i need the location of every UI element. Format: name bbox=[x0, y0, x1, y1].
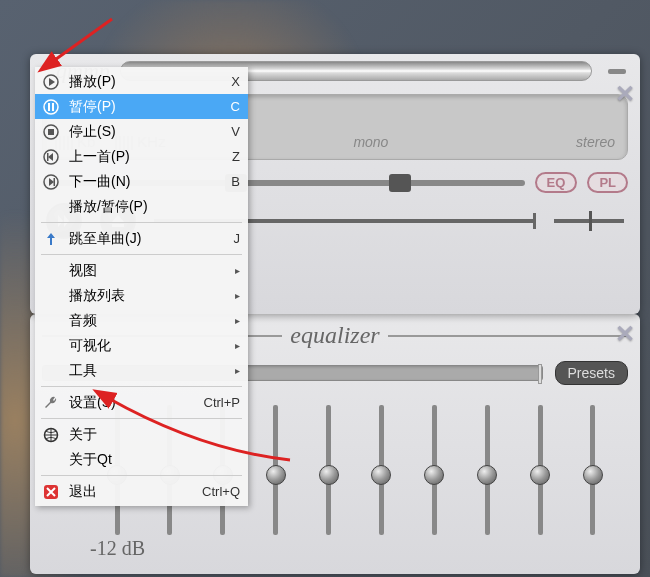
stop-icon bbox=[41, 122, 61, 142]
menu-label: 下一曲(N) bbox=[69, 173, 231, 191]
blank-icon bbox=[41, 261, 61, 281]
svg-rect-7 bbox=[47, 153, 49, 161]
eq-band-slider[interactable] bbox=[366, 405, 396, 535]
menu-label: 播放/暂停(P) bbox=[69, 198, 240, 216]
next-icon bbox=[41, 172, 61, 192]
svg-rect-3 bbox=[52, 103, 54, 111]
menu-label: 上一首(P) bbox=[69, 148, 232, 166]
submenu-arrow-icon: ▸ bbox=[235, 365, 240, 376]
svg-point-1 bbox=[44, 100, 58, 114]
submenu-arrow-icon: ▸ bbox=[235, 315, 240, 326]
close-icon[interactable]: ✕ bbox=[615, 80, 635, 108]
equalizer-title: equalizer bbox=[282, 322, 387, 349]
svg-rect-9 bbox=[54, 178, 56, 186]
menu-item-播放/暂停(P)[interactable]: 播放/暂停(P) bbox=[35, 194, 248, 219]
menu-item-跳至单曲(J)[interactable]: 跳至单曲(J)J bbox=[35, 226, 248, 251]
blank-icon bbox=[41, 311, 61, 331]
eq-band-slider[interactable] bbox=[525, 405, 555, 535]
blank-icon bbox=[41, 450, 61, 470]
pause-icon bbox=[41, 97, 61, 117]
blank-icon bbox=[41, 361, 61, 381]
blank-icon bbox=[41, 336, 61, 356]
pl-button[interactable]: PL bbox=[587, 172, 628, 193]
menu-item-退出[interactable]: 退出Ctrl+Q bbox=[35, 479, 248, 504]
db-label: -12 dB bbox=[90, 537, 145, 560]
menu-item-视图[interactable]: 视图▸ bbox=[35, 258, 248, 283]
menu-separator bbox=[41, 254, 242, 255]
eq-band-slider[interactable] bbox=[314, 405, 344, 535]
eq-band-slider[interactable] bbox=[578, 405, 608, 535]
menu-shortcut: J bbox=[234, 231, 241, 246]
menu-label: 工具 bbox=[69, 362, 235, 380]
menu-label: 停止(S) bbox=[69, 123, 231, 141]
exit-icon bbox=[41, 482, 61, 502]
menu-item-播放列表[interactable]: 播放列表▸ bbox=[35, 283, 248, 308]
prev-icon bbox=[41, 147, 61, 167]
blank-icon bbox=[41, 197, 61, 217]
wrench-icon bbox=[41, 393, 61, 413]
menu-item-可视化[interactable]: 可视化▸ bbox=[35, 333, 248, 358]
menu-shortcut: V bbox=[231, 124, 240, 139]
minimize-button[interactable] bbox=[608, 69, 626, 74]
stereo-label: stereo bbox=[576, 134, 615, 150]
jump-icon bbox=[41, 229, 61, 249]
globe-icon bbox=[41, 425, 61, 445]
menu-item-停止(S)[interactable]: 停止(S)V bbox=[35, 119, 248, 144]
menu-item-暂停(P)[interactable]: 暂停(P)C bbox=[35, 94, 248, 119]
svg-rect-2 bbox=[48, 103, 50, 111]
menu-shortcut: Ctrl+Q bbox=[202, 484, 240, 499]
menu-label: 跳至单曲(J) bbox=[69, 230, 234, 248]
eq-button[interactable]: EQ bbox=[535, 172, 578, 193]
menu-label: 退出 bbox=[69, 483, 202, 501]
submenu-arrow-icon: ▸ bbox=[235, 265, 240, 276]
presets-button[interactable]: Presets bbox=[555, 361, 628, 385]
eq-band-slider[interactable] bbox=[472, 405, 502, 535]
menu-label: 音频 bbox=[69, 312, 235, 330]
menu-label: 视图 bbox=[69, 262, 235, 280]
submenu-arrow-icon: ▸ bbox=[235, 340, 240, 351]
close-icon[interactable]: ✕ bbox=[615, 320, 635, 348]
menu-label: 播放列表 bbox=[69, 287, 235, 305]
mono-label: mono bbox=[353, 134, 388, 150]
submenu-arrow-icon: ▸ bbox=[235, 290, 240, 301]
menu-separator bbox=[41, 222, 242, 223]
menu-label: 可视化 bbox=[69, 337, 235, 355]
menu-separator bbox=[41, 386, 242, 387]
menu-item-工具[interactable]: 工具▸ bbox=[35, 358, 248, 383]
menu-item-音频[interactable]: 音频▸ bbox=[35, 308, 248, 333]
menu-item-下一曲(N)[interactable]: 下一曲(N)B bbox=[35, 169, 248, 194]
eq-band-slider[interactable] bbox=[419, 405, 449, 535]
menu-shortcut: B bbox=[231, 174, 240, 189]
blank-icon bbox=[41, 286, 61, 306]
menu-item-上一首(P)[interactable]: 上一首(P)Z bbox=[35, 144, 248, 169]
menu-shortcut: C bbox=[231, 99, 240, 114]
balance-slider[interactable] bbox=[554, 219, 624, 223]
menu-shortcut: Z bbox=[232, 149, 240, 164]
menu-label: 暂停(P) bbox=[69, 98, 231, 116]
menu-shortcut: X bbox=[231, 74, 240, 89]
svg-rect-5 bbox=[48, 129, 54, 135]
menu-separator bbox=[41, 475, 242, 476]
